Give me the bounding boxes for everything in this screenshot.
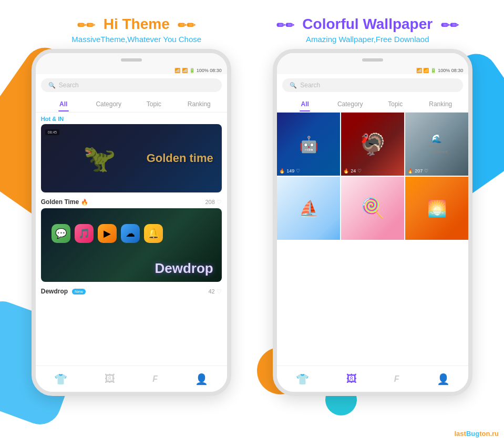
icon-bell: 🔔 — [144, 224, 163, 243]
left-nav-theme[interactable]: 👕 — [54, 373, 67, 385]
golden-time-info: Golden Time 🔥 208 ♡ — [36, 196, 227, 208]
dewdrop-badge: New — [72, 289, 86, 294]
left-status-text: 100% 08:30 — [197, 68, 222, 73]
watermark: lastBugton.ru — [454, 430, 499, 438]
wallpaper-lollipop[interactable]: 🍭 — [341, 177, 404, 240]
left-battery-icon: 🔋 — [189, 68, 195, 73]
wallpaper-boat[interactable]: ⛵ — [277, 177, 340, 240]
wall-count-1: 149 — [286, 168, 294, 174]
left-phone-speaker — [121, 58, 142, 62]
dewdrop-banner: 💬 🎵 ▶ ☁ 🔔 Dewdrop — [41, 208, 222, 282]
header-right: ✏✏ Colorful Wallpaper ✏✏ Amazing Wallpap… — [252, 16, 484, 44]
wallpaper-robots[interactable]: 🤖 🔥 149 ♡ — [277, 113, 340, 176]
dewdrop-count: 42 ♡ — [209, 288, 222, 295]
right-deco-right: ✏✏ — [441, 19, 459, 31]
right-status-text: 100% 08:30 — [438, 68, 463, 73]
golden-time-heart: ♡ — [217, 199, 222, 206]
right-nav-theme[interactable]: 👕 — [296, 373, 309, 385]
left-subtitle: MassiveTheme,Whatever You Chose — [21, 35, 252, 44]
left-tab-all[interactable]: All — [41, 97, 86, 111]
banner-dino-area: 🦖 — [83, 124, 116, 192]
left-section-label: Hot & IN — [36, 113, 227, 124]
right-tab-category[interactable]: Category — [327, 97, 373, 111]
dewdrop-icons: 💬 🎵 ▶ ☁ 🔔 — [52, 224, 163, 243]
golden-time-name: Golden Time — [41, 198, 79, 206]
right-app-title: ✏✏ Colorful Wallpaper ✏✏ — [252, 16, 484, 33]
right-subtitle: Amazing Wallpaper,Free Downlaod — [252, 35, 484, 44]
right-tab-ranking[interactable]: Ranking — [418, 97, 463, 111]
left-status-bar: 📶 📶 🔋 100% 08:30 — [36, 66, 227, 74]
left-nav-profile[interactable]: 👤 — [195, 373, 208, 385]
right-phone-speaker — [362, 58, 383, 62]
right-tab-topic[interactable]: Topic — [373, 97, 418, 111]
right-nav-profile[interactable]: 👤 — [437, 373, 450, 385]
right-tabs: All Category Topic Ranking — [277, 96, 468, 113]
right-search-bar[interactable]: 🔍 Search — [282, 78, 463, 92]
icon-play: ▶ — [98, 224, 117, 243]
left-deco-right: ✏✏ — [178, 19, 196, 31]
dewdrop-info: Dewdrop New 42 ♡ — [36, 285, 227, 298]
wall-count-3: 207 — [415, 168, 423, 174]
icon-cloud: ☁ — [121, 224, 140, 243]
golden-time-count: 208 ♡ — [205, 199, 221, 206]
right-bottom-nav: 👕 🖼 F 👤 — [277, 365, 468, 392]
header: ✏✏ Hi Theme ✏✏ MassiveTheme,Whatever You… — [0, 0, 504, 49]
dewdrop-text: Dewdrop — [147, 260, 222, 282]
left-search-bar[interactable]: 🔍 Search — [41, 78, 222, 92]
dewdrop-name: Dewdrop — [41, 288, 68, 295]
right-deco-left: ✏✏ — [276, 19, 294, 31]
right-status-bar: 📶 📶 🔋 100% 08:30 — [277, 66, 468, 74]
golden-time-banner: 08:45 🦖 Golden time — [41, 124, 222, 192]
header-left: ✏✏ Hi Theme ✏✏ MassiveTheme,Whatever You… — [21, 16, 252, 44]
main-wrapper: ✏✏ Hi Theme ✏✏ MassiveTheme,Whatever You… — [0, 0, 504, 447]
wallpaper-sunset[interactable]: 🌅 — [405, 177, 468, 240]
dewdrop-heart: ♡ — [217, 288, 222, 295]
wall-count-2: 24 — [351, 168, 356, 174]
left-phone-content: Hot & IN 08:45 🦖 Golden time Golden Time… — [36, 113, 227, 383]
wallpaper-beach[interactable]: 🌊 with you,it's different 🔥 207 ♡ — [405, 113, 468, 176]
icon-music: 🎵 — [75, 224, 94, 243]
right-nav-image[interactable]: 🖼 — [346, 373, 357, 385]
right-tab-all[interactable]: All — [282, 97, 327, 111]
right-nav-font[interactable]: F — [394, 374, 399, 384]
right-search-icon: 🔍 — [290, 82, 297, 89]
banner-mini-ui: 08:45 — [45, 129, 60, 135]
left-app-title: ✏✏ Hi Theme ✏✏ — [21, 16, 252, 33]
left-nav-image[interactable]: 🖼 — [105, 373, 115, 385]
wallpaper-grid: 🤖 🔥 149 ♡ 🦃 🔥 24 ♡ — [277, 113, 468, 241]
left-tab-ranking[interactable]: Ranking — [177, 97, 222, 111]
right-signal-icons: 📶 📶 — [416, 68, 429, 73]
golden-time-text: Golden time — [147, 151, 222, 165]
right-phone: 📶 📶 🔋 100% 08:30 🔍 Search All Category T… — [273, 49, 472, 396]
golden-time-fire: 🔥 — [81, 199, 88, 206]
phones-container: 📶 📶 🔋 100% 08:30 🔍 Search All Category T… — [0, 49, 504, 396]
right-battery-icon: 🔋 — [430, 68, 436, 73]
icon-messages: 💬 — [52, 224, 70, 243]
left-bottom-nav: 👕 🖼 F 👤 — [36, 365, 227, 392]
wallpaper-turkey[interactable]: 🦃 🔥 24 ♡ — [341, 113, 404, 176]
left-tab-topic[interactable]: Topic — [131, 97, 177, 111]
left-phone: 📶 📶 🔋 100% 08:30 🔍 Search All Category T… — [32, 49, 231, 396]
right-phone-content: 🤖 🔥 149 ♡ 🦃 🔥 24 ♡ — [277, 113, 468, 383]
left-tabs: All Category Topic Ranking — [36, 96, 227, 113]
left-signal-icons: 📶 📶 — [174, 68, 188, 73]
left-nav-font[interactable]: F — [152, 374, 158, 384]
left-tab-category[interactable]: Category — [86, 97, 131, 111]
left-search-placeholder: Search — [59, 82, 79, 89]
left-search-icon: 🔍 — [48, 82, 56, 89]
right-search-placeholder: Search — [300, 82, 320, 89]
left-deco-left: ✏✏ — [77, 19, 95, 31]
